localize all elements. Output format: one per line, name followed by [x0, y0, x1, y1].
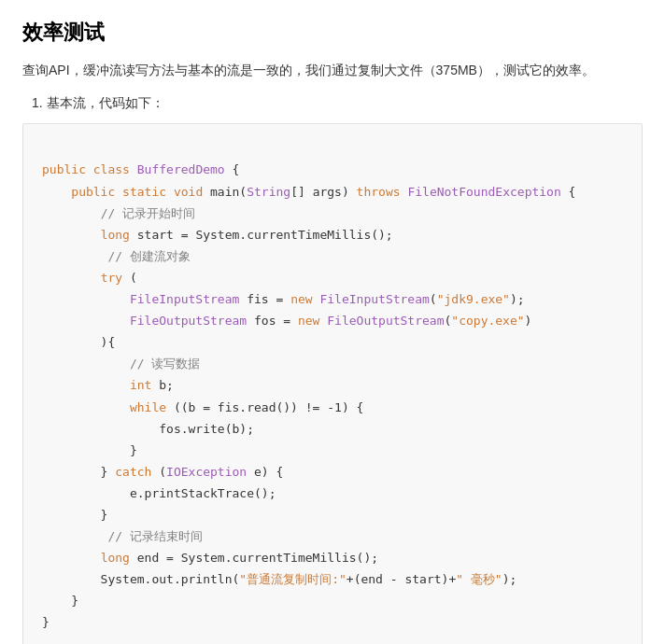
page-title: 效率测试 — [22, 19, 643, 47]
code-block: public class BufferedDemo { public stati… — [22, 123, 643, 644]
section-label: 1. 基本流，代码如下： — [32, 95, 643, 112]
description-text: 查询API，缓冲流读写方法与基本的流是一致的，我们通过复制大文件（375MB），… — [22, 60, 643, 80]
code-content: public class BufferedDemo { public stati… — [42, 162, 575, 629]
